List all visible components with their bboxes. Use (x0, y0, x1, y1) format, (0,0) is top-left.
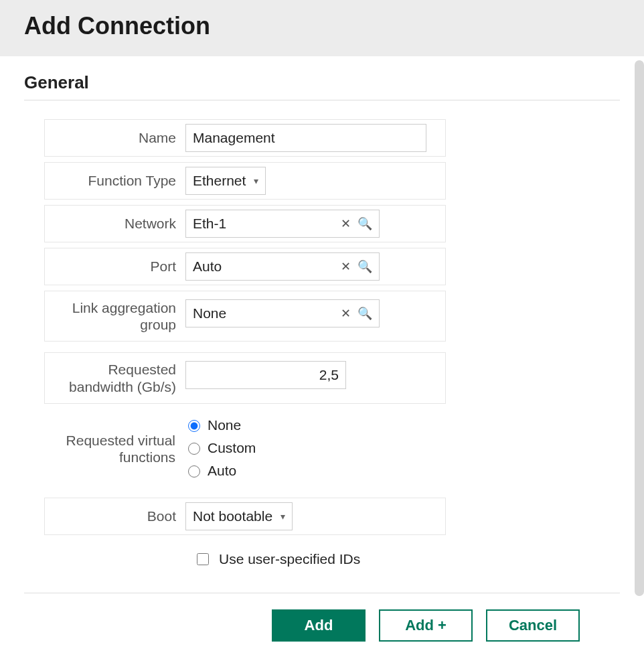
row-boot: Boot Not bootable ▾ (44, 498, 446, 535)
network-value: Eth-1 (193, 216, 226, 232)
row-use-ids: Use user-specified IDs (194, 551, 620, 567)
label-bandwidth: Requested bandwidth (Gb/s) (52, 361, 185, 394)
name-input[interactable] (185, 124, 426, 152)
rvf-option-auto[interactable]: Auto (185, 463, 256, 479)
label-lag: Link aggregation group (52, 299, 185, 333)
chevron-down-icon: ▾ (254, 175, 258, 186)
rvf-radio-auto[interactable] (188, 465, 200, 477)
rvf-none-label: None (208, 417, 241, 433)
label-name: Name (52, 129, 185, 146)
label-boot: Boot (52, 508, 185, 524)
label-network: Network (52, 215, 185, 232)
label-port: Port (52, 258, 185, 275)
use-ids-label: Use user-specified IDs (219, 551, 360, 567)
lag-value: None (193, 305, 226, 321)
clear-icon[interactable]: ✕ (341, 216, 351, 231)
page-title: Add Connection (24, 12, 620, 40)
chevron-down-icon: ▾ (280, 511, 285, 522)
row-rvf: Requested virtual functions None Custom (44, 409, 446, 487)
rvf-option-none[interactable]: None (185, 417, 256, 433)
boot-value: Not bootable (193, 508, 272, 524)
rvf-auto-label: Auto (208, 463, 236, 479)
rvf-radio-custom[interactable] (188, 443, 200, 455)
bandwidth-input[interactable] (185, 361, 346, 389)
label-rvf: Requested virtual functions (51, 417, 185, 465)
clear-icon[interactable]: ✕ (341, 306, 351, 321)
boot-select[interactable]: Not bootable ▾ (185, 502, 293, 530)
header-bar: Add Connection (0, 0, 644, 56)
content-area: General Name Function Type Ethernet ▾ (0, 56, 644, 642)
port-value: Auto (193, 259, 222, 275)
clear-icon[interactable]: ✕ (341, 259, 351, 274)
button-bar: Add Add + Cancel (24, 593, 620, 642)
rvf-custom-label: Custom (208, 440, 256, 456)
row-bandwidth: Requested bandwidth (Gb/s) (44, 352, 446, 403)
search-icon[interactable]: 🔍 (357, 259, 372, 274)
search-icon[interactable]: 🔍 (357, 216, 372, 231)
row-lag: Link aggregation group None ✕ 🔍 (44, 291, 446, 342)
section-divider (24, 100, 620, 100)
use-ids-checkbox[interactable] (197, 553, 209, 565)
add-button[interactable]: Add (272, 609, 366, 642)
page-root: Add Connection General Name Function Typ… (0, 0, 644, 663)
form-area: Name Function Type Ethernet ▾ Network (24, 119, 620, 567)
rvf-radio-none[interactable] (188, 420, 200, 432)
row-function-type: Function Type Ethernet ▾ (44, 162, 446, 200)
add-plus-button[interactable]: Add + (379, 609, 473, 642)
cancel-button[interactable]: Cancel (486, 609, 580, 642)
rvf-radio-group: None Custom Auto (185, 417, 256, 479)
label-function-type: Function Type (52, 172, 185, 189)
row-network: Network Eth-1 ✕ 🔍 (44, 205, 446, 242)
search-icon[interactable]: 🔍 (357, 306, 372, 321)
rvf-option-custom[interactable]: Custom (185, 440, 256, 456)
scrollbar[interactable] (635, 60, 644, 596)
row-name: Name (44, 119, 446, 157)
row-port: Port Auto ✕ 🔍 (44, 248, 446, 285)
lag-picker[interactable]: None ✕ 🔍 (185, 299, 380, 327)
function-type-value: Ethernet (193, 173, 246, 189)
port-picker[interactable]: Auto ✕ 🔍 (185, 252, 380, 281)
section-title-general: General (24, 72, 620, 93)
function-type-select[interactable]: Ethernet ▾ (185, 167, 266, 195)
network-picker[interactable]: Eth-1 ✕ 🔍 (185, 210, 380, 238)
